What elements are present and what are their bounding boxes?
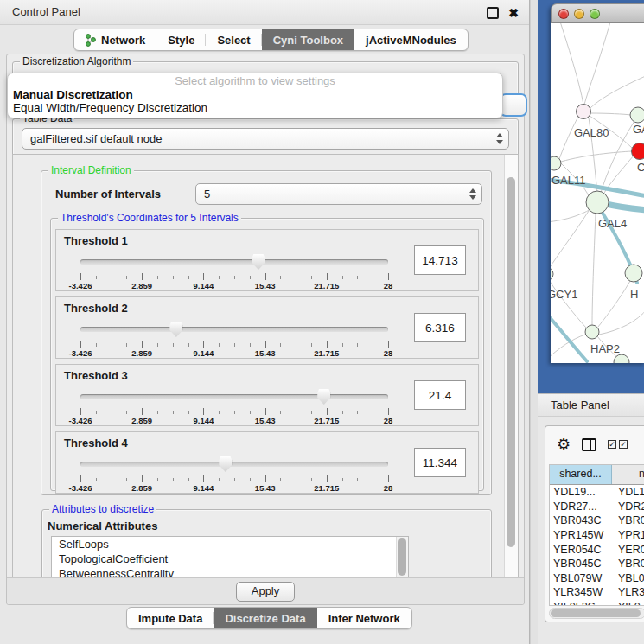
table-cell[interactable]: YLR345W	[550, 586, 612, 598]
table-row[interactable]: YLR345WYLR3	[550, 585, 644, 600]
slider-tick	[96, 343, 97, 347]
minimize-traffic-light[interactable]	[574, 9, 584, 19]
table-row[interactable]: YDR27...YDR2	[550, 500, 644, 514]
checkbox-icon[interactable]: ✓	[619, 440, 628, 449]
dropdown-option-equal-width[interactable]: Equal Width/Frequency Discretization	[8, 101, 502, 114]
checkbox-icon[interactable]: ✓	[608, 440, 616, 449]
horizontal-scrollbar[interactable]	[549, 608, 644, 619]
table-row[interactable]: YBR043CYBR0	[550, 513, 644, 528]
table-row[interactable]: YBL079WYBL0	[550, 571, 644, 586]
network-canvas[interactable]: GAL80GACGAL11GAL4GCY1HHAP2	[551, 23, 644, 363]
table-cell[interactable]: YBR043C	[550, 514, 612, 526]
table-cell[interactable]: YBR045C	[550, 558, 612, 570]
table-cell[interactable]: YLR3	[612, 586, 644, 598]
slider-thumb[interactable]	[169, 322, 182, 337]
slider-tick	[311, 276, 312, 279]
table-data-combobox[interactable]: galFiltered.sif default node	[22, 128, 509, 150]
column-header-name[interactable]: na	[612, 465, 644, 484]
threshold-slider[interactable]: -3.4262.8599.14415.4321.71528	[80, 320, 388, 356]
network-node[interactable]	[625, 265, 642, 282]
slider-tick-label: -3.426	[69, 416, 92, 425]
network-view-window: GAL80GACGAL11GAL4GCY1HHAP2	[551, 3, 644, 363]
gear-icon[interactable]: ⚙	[557, 437, 571, 452]
slider-tick	[142, 341, 143, 348]
tab-impute-data[interactable]: Impute Data	[127, 608, 214, 628]
scrollbar-thumb[interactable]	[551, 609, 641, 617]
slider-track[interactable]	[80, 462, 388, 467]
slider-thumb[interactable]	[219, 456, 232, 472]
float-window-icon[interactable]	[487, 7, 499, 19]
table-cell[interactable]: YDL19...	[550, 486, 612, 498]
tab-discretize-data[interactable]: Discretize Data	[214, 608, 316, 628]
threshold-slider[interactable]: -3.4262.8599.14415.4321.71528	[80, 387, 388, 424]
threshold-value-field[interactable]: 11.344	[414, 448, 466, 477]
network-node[interactable]	[632, 143, 644, 160]
slider-track[interactable]	[80, 394, 388, 399]
scrollbar-thumb[interactable]	[507, 177, 515, 547]
table-cell[interactable]: YER054C	[550, 544, 612, 556]
threshold-panel-3: Threshold 3 -3.4262.8599.14415.4321.7152…	[55, 364, 479, 426]
tab-infer-network[interactable]: Infer Network	[317, 608, 411, 628]
network-node[interactable]	[577, 105, 591, 119]
threshold-slider[interactable]: -3.4262.8599.14415.4321.71528	[80, 455, 388, 491]
table-row[interactable]: YBR045CYBR0	[550, 557, 644, 571]
table-cell[interactable]: YBL0	[612, 572, 644, 584]
tab-jactivemnodules[interactable]: jActiveMNodules	[354, 29, 468, 50]
slider-tick-label: 2.859	[131, 348, 152, 358]
network-node[interactable]	[551, 267, 553, 281]
slider-tick	[96, 276, 97, 279]
table-cell[interactable]: YPR1	[612, 529, 644, 541]
table-cell[interactable]: YBL079W	[550, 572, 612, 584]
slider-tick-label: 28	[384, 483, 393, 493]
tab-style[interactable]: Style	[156, 29, 206, 50]
close-traffic-light[interactable]	[558, 9, 569, 19]
threshold-value-field[interactable]: 6.316	[414, 313, 466, 342]
slider-tick-label: 9.144	[194, 348, 214, 358]
slider-tick-label: -3.426	[69, 348, 92, 358]
columns-icon[interactable]	[582, 438, 596, 451]
list-item[interactable]: TopologicalCoefficient	[52, 552, 408, 566]
table-cell[interactable]: YDR2	[612, 501, 644, 513]
close-icon[interactable]: ✖	[508, 8, 519, 18]
threshold-slider[interactable]: -3.4262.8599.14415.4321.71528	[80, 252, 388, 289]
slider-track[interactable]	[80, 259, 388, 265]
table-cell[interactable]: YBR0	[612, 558, 644, 570]
slider-tick	[80, 341, 81, 348]
list-item[interactable]: SelfLoops	[52, 537, 408, 552]
slider-thumb[interactable]	[317, 389, 330, 405]
tab-select[interactable]: Select	[206, 29, 261, 50]
apply-button[interactable]: Apply	[236, 582, 295, 602]
table-cell[interactable]: YER0	[612, 544, 644, 556]
table-cell[interactable]: YDL1	[612, 486, 644, 498]
network-node[interactable]	[586, 191, 609, 214]
table-row[interactable]: YDL19...YDL1	[550, 485, 644, 500]
list-scrollbar[interactable]	[396, 537, 408, 579]
table-cell[interactable]: YPR145W	[550, 529, 612, 541]
table-row[interactable]: YPR145WYPR1	[550, 528, 644, 543]
table-cell[interactable]: YIL052C	[550, 601, 612, 606]
table-row[interactable]: YER054CYER0	[550, 542, 644, 557]
threshold-value-field[interactable]: 14.713	[414, 245, 466, 275]
network-node[interactable]	[630, 107, 644, 123]
table-cell[interactable]: YDR27...	[550, 501, 612, 513]
table-cell[interactable]: YIL0	[612, 601, 644, 606]
table-cell[interactable]: YBR0	[612, 514, 644, 526]
slider-tick	[296, 343, 296, 347]
column-header-shared-name[interactable]: shared...	[550, 465, 612, 484]
dropdown-option-manual[interactable]: Manual Discretization	[8, 88, 502, 101]
network-node-label: C	[637, 161, 644, 174]
tab-label: Cyni Toolbox	[273, 34, 343, 47]
network-node[interactable]	[585, 325, 599, 339]
num-intervals-combobox[interactable]: 5	[195, 183, 482, 205]
network-node[interactable]	[551, 156, 561, 170]
algorithm-combobox-focus-ring[interactable]	[500, 93, 527, 117]
slider-thumb[interactable]	[252, 254, 265, 270]
scrollbar-thumb[interactable]	[398, 538, 406, 576]
threshold-value-field[interactable]: 21.4	[414, 380, 466, 410]
zoom-traffic-light[interactable]	[590, 9, 600, 19]
vertical-scrollbar[interactable]	[504, 155, 518, 578]
slider-track[interactable]	[80, 327, 388, 332]
table-row[interactable]: YIL052CYIL0	[550, 600, 644, 606]
tab-network[interactable]: Network	[74, 29, 156, 50]
tab-cyni-toolbox[interactable]: Cyni Toolbox	[262, 29, 354, 50]
